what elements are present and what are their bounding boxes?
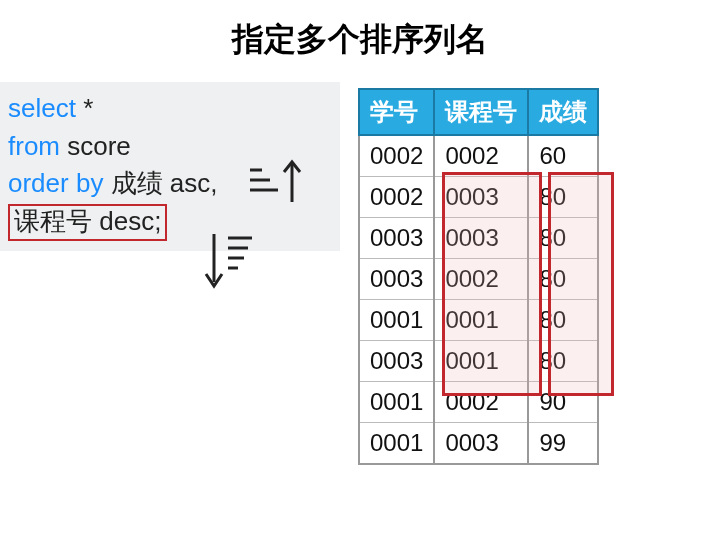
table-header-row: 学号 课程号 成绩 — [359, 89, 598, 135]
cell: 0001 — [359, 423, 434, 465]
sql-highlight-desc: 课程号 desc; — [8, 204, 167, 241]
table-row: 0003000280 — [359, 259, 598, 300]
table-row: 0002000260 — [359, 135, 598, 177]
sql-code-block: select * from score order by 成绩 asc, 课程号… — [0, 82, 340, 251]
th-course-id: 课程号 — [434, 89, 528, 135]
cell: 0001 — [434, 341, 528, 382]
cell: 99 — [528, 423, 598, 465]
th-student-id: 学号 — [359, 89, 434, 135]
sort-asc-icon — [242, 158, 312, 206]
cell: 0002 — [434, 259, 528, 300]
result-table-wrap: 学号 课程号 成绩 0002000260 0002000380 00030003… — [358, 88, 599, 465]
cell: 0003 — [359, 218, 434, 259]
cell: 80 — [528, 218, 598, 259]
result-table: 学号 课程号 成绩 0002000260 0002000380 00030003… — [358, 88, 599, 465]
cell: 0002 — [434, 382, 528, 423]
cell: 0003 — [434, 177, 528, 218]
page-title: 指定多个排序列名 — [0, 0, 720, 72]
cell: 0002 — [359, 177, 434, 218]
table-row: 0002000380 — [359, 177, 598, 218]
cell: 80 — [528, 341, 598, 382]
cell: 0003 — [434, 218, 528, 259]
cell: 80 — [528, 259, 598, 300]
sql-line-1: select * — [8, 90, 326, 128]
cell: 0002 — [434, 135, 528, 177]
kw-select: select — [8, 93, 76, 123]
cell: 0001 — [434, 300, 528, 341]
table-row: 0001000180 — [359, 300, 598, 341]
cell: 0002 — [359, 135, 434, 177]
cell: 80 — [528, 300, 598, 341]
table-row: 0001000399 — [359, 423, 598, 465]
cell: 0001 — [359, 382, 434, 423]
sql-ordercol1: 成绩 asc, — [103, 168, 217, 198]
table-row: 0003000380 — [359, 218, 598, 259]
sql-star: * — [76, 93, 93, 123]
cell: 60 — [528, 135, 598, 177]
sql-table: score — [60, 131, 131, 161]
cell: 90 — [528, 382, 598, 423]
kw-from: from — [8, 131, 60, 161]
kw-orderby: order by — [8, 168, 103, 198]
cell: 0001 — [359, 300, 434, 341]
table-row: 0003000180 — [359, 341, 598, 382]
sql-line-4: 课程号 desc; — [8, 203, 326, 241]
cell: 0003 — [434, 423, 528, 465]
cell: 80 — [528, 177, 598, 218]
cell: 0003 — [359, 341, 434, 382]
table-row: 0001000290 — [359, 382, 598, 423]
content-area: select * from score order by 成绩 asc, 课程号… — [0, 72, 720, 465]
cell: 0003 — [359, 259, 434, 300]
sort-desc-icon — [200, 230, 256, 292]
th-score: 成绩 — [528, 89, 598, 135]
